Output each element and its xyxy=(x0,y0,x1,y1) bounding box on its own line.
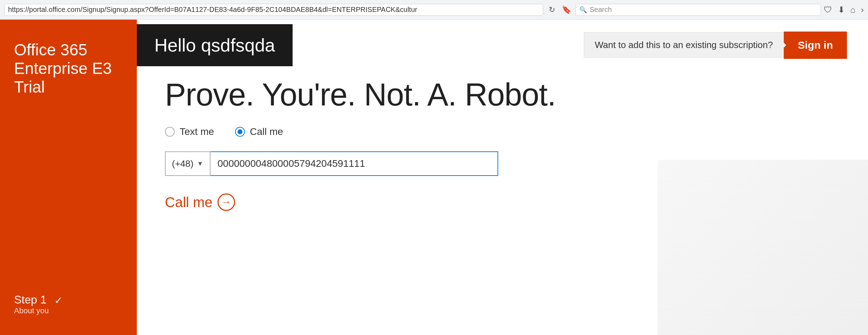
page-heading: Prove. You're. Not. A. Robot. xyxy=(165,77,840,112)
search-icon: 🔍 xyxy=(579,6,587,14)
page-content: Office 365 Enterprise E3 Trial Step 1 Ab… xyxy=(0,20,868,335)
radio-call-me-circle[interactable] xyxy=(235,127,245,137)
top-bar: Hello qsdfsqda Want to add this to an ex… xyxy=(137,20,868,70)
bookmark-icon[interactable]: 🔖 xyxy=(561,4,573,16)
radio-text-me[interactable]: Text me xyxy=(165,126,214,137)
hello-text: Hello qsdfsqda xyxy=(154,35,275,55)
url-bar[interactable]: https://portal.office.com/Signup/Signup.… xyxy=(4,4,543,16)
home-icon[interactable]: ⌂ xyxy=(850,5,856,15)
sign-in-button[interactable]: Sign in xyxy=(784,32,847,59)
step-1-sublabel: About you xyxy=(14,306,49,315)
download-icon[interactable]: ⬇ xyxy=(838,5,845,15)
call-me-label: Call me xyxy=(165,194,213,210)
search-bar[interactable]: 🔍 Search xyxy=(575,4,821,16)
product-name: Office 365 Enterprise E3 Trial xyxy=(14,41,123,96)
radio-text-me-label: Text me xyxy=(180,126,214,137)
subscription-text: Want to add this to an existing subscrip… xyxy=(584,32,784,58)
browser-toolbar-icons: 🛡 ⬇ ⌂ › xyxy=(824,5,864,15)
step-1-label: Step 1 xyxy=(14,293,49,306)
sidebar-product: Office 365 Enterprise E3 Trial xyxy=(0,20,137,283)
call-me-button[interactable]: Call me → xyxy=(165,193,235,211)
main-content: Hello qsdfsqda Want to add this to an ex… xyxy=(137,20,868,335)
country-code-value: (+48) xyxy=(172,158,193,169)
refresh-button[interactable]: ↻ xyxy=(546,4,558,16)
radio-group: Text me Call me xyxy=(165,126,840,137)
sidebar-steps: Step 1 About you ✓ xyxy=(0,283,137,335)
radio-call-me-label: Call me xyxy=(250,126,283,137)
background-person-image xyxy=(657,160,868,335)
forward-icon[interactable]: › xyxy=(861,5,864,15)
sidebar: Office 365 Enterprise E3 Trial Step 1 Ab… xyxy=(0,20,137,335)
country-code-select[interactable]: (+48) ▼ xyxy=(165,151,211,176)
call-me-arrow-icon: → xyxy=(218,193,235,211)
step-1-item: Step 1 About you ✓ xyxy=(14,293,123,315)
url-text: https://portal.office.com/Signup/Signup.… xyxy=(8,6,539,14)
phone-input[interactable] xyxy=(211,151,498,176)
hello-banner: Hello qsdfsqda xyxy=(137,24,293,66)
shield-icon[interactable]: 🛡 xyxy=(824,5,832,15)
radio-text-me-circle[interactable] xyxy=(165,127,175,137)
step-1-checkmark: ✓ xyxy=(54,295,62,306)
subscription-area: Want to add this to an existing subscrip… xyxy=(584,32,847,59)
radio-call-me[interactable]: Call me xyxy=(235,126,283,137)
country-select-arrow-icon: ▼ xyxy=(197,160,203,168)
search-placeholder: Search xyxy=(590,6,612,14)
browser-toolbar: https://portal.office.com/Signup/Signup.… xyxy=(0,0,868,20)
